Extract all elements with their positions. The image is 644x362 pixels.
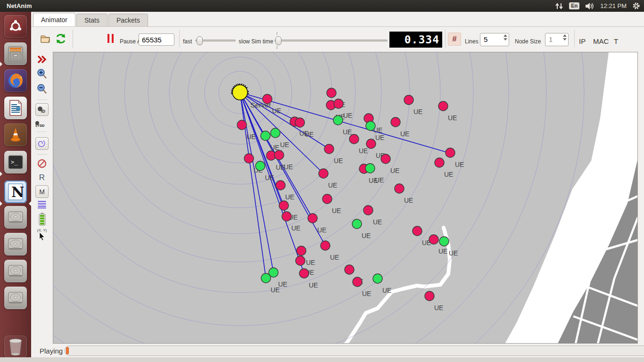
animation-canvas[interactable]: UEUEUEUEUEUEUEUEUEUEUEUEUEUEUEUEUEUEUEUE… (53, 52, 638, 344)
tab-stats[interactable]: Stats (76, 14, 107, 26)
ue-label: UE (330, 254, 339, 261)
ue-label: UE (309, 281, 318, 289)
launcher-terminal[interactable]: >_ (4, 151, 27, 173)
sim-time-slider[interactable] (274, 40, 388, 41)
ue-label: UE (265, 174, 274, 181)
reload-button[interactable] (55, 33, 67, 45)
routing-button[interactable]: R (31, 173, 53, 182)
zoom-out-button[interactable] (31, 83, 53, 95)
launcher-netanim[interactable]: N (4, 181, 27, 203)
mac-button[interactable]: MAC (593, 37, 609, 45)
toolbar-separator (179, 30, 180, 48)
ue-node (324, 144, 334, 154)
ue-node (296, 256, 305, 265)
speed-slider-handle[interactable] (197, 36, 203, 45)
ue-node (446, 148, 455, 157)
tab-animator[interactable]: Animator (33, 13, 75, 26)
launcher-disk-4[interactable] (4, 287, 27, 309)
ue-node (429, 235, 438, 244)
pause-at-input[interactable] (139, 33, 174, 46)
show-controls-button[interactable] (31, 55, 53, 64)
playback-progress-bar[interactable] (65, 346, 644, 356)
node-id-icon: ID (37, 106, 47, 114)
spin-up-icon[interactable] (563, 34, 567, 37)
launcher-trash[interactable] (4, 336, 27, 358)
node-size-spinbox[interactable]: 1 (545, 33, 569, 46)
t-button[interactable]: T (614, 37, 618, 45)
block-packets-button[interactable] (31, 159, 53, 168)
zoom-in-icon (37, 68, 47, 80)
ip-button[interactable]: IP (579, 37, 586, 45)
ue-node (237, 120, 247, 130)
ue-node-active (256, 161, 265, 171)
volume-icon[interactable] (585, 2, 594, 10)
ue-node (334, 99, 343, 108)
server-node (232, 85, 248, 100)
svg-text:N: N (11, 184, 24, 200)
ue-label: UE (448, 114, 457, 122)
spin-down-icon[interactable] (563, 38, 567, 41)
node-id-toggle[interactable]: ID (31, 103, 53, 116)
lines-spinbox[interactable]: 5 (480, 33, 509, 46)
spin-down-icon[interactable] (504, 38, 507, 41)
launcher-file-manager[interactable] (4, 42, 27, 65)
launcher-vlc[interactable] (4, 123, 27, 146)
system-tray: En 12:21 PM (555, 0, 640, 12)
mobility-label: M (39, 188, 45, 196)
ue-node (366, 139, 376, 148)
tool-separator (37, 132, 47, 132)
spin-up-icon[interactable] (504, 34, 507, 37)
ue-node-active (373, 274, 382, 283)
ue-node (244, 154, 254, 163)
animator-toolbar: Pause At fast slow Sim time 0.334 # Line… (31, 27, 644, 51)
launcher-libreoffice-writer[interactable] (4, 97, 27, 119)
window-bottom-edge (0, 357, 644, 362)
launcher-disk-2[interactable] (4, 233, 27, 255)
ue-label: UE (362, 290, 371, 297)
updown-arrows-icon[interactable] (555, 2, 563, 10)
tab-packets[interactable]: Packets (108, 14, 148, 26)
ue-node (381, 154, 390, 164)
ue-node (279, 201, 289, 210)
ue-label: UE (291, 224, 300, 232)
xy-coordinate-readout: (X, Y) (31, 228, 53, 232)
mobility-button[interactable]: M (31, 185, 53, 198)
fast-label: fast (183, 38, 192, 45)
battery-button[interactable] (31, 213, 53, 226)
zoom-in-button[interactable] (31, 68, 53, 80)
ue-label: UE (247, 133, 256, 140)
launcher-firefox[interactable] (4, 69, 27, 92)
launcher-ubuntu-dash[interactable] (4, 15, 27, 38)
slider-tick (277, 32, 277, 35)
sysid-toggle[interactable]: SYSID (31, 121, 53, 127)
toolbar-separator (445, 30, 446, 48)
map-creek (346, 228, 450, 343)
node-size-label: Node Size (515, 38, 541, 45)
launcher-disk-3[interactable] (4, 260, 27, 282)
ue-label: UE (413, 108, 422, 115)
ue-node (319, 169, 328, 178)
cursor-arrow-icon (39, 232, 45, 241)
node-size-value: 1 (549, 35, 553, 43)
ue-label: UE (359, 147, 368, 155)
ue-label: UE (280, 141, 289, 148)
open-file-button[interactable] (40, 33, 51, 44)
sim-time-slider-handle[interactable] (275, 36, 281, 45)
sim-time-lcd: 0.334 (389, 32, 442, 48)
launcher-disk-1[interactable] (4, 206, 27, 229)
keyboard-layout-indicator[interactable]: En (569, 2, 579, 9)
ue-node-active (271, 128, 280, 138)
counter-tables-button[interactable] (31, 200, 53, 209)
ue-node (404, 95, 413, 105)
pause-button[interactable] (107, 34, 114, 43)
trajectory-toggle[interactable] (31, 137, 53, 150)
clock[interactable]: 12:21 PM (600, 2, 627, 9)
system-top-bar: NetAnim En 12:21 PM (0, 0, 644, 12)
ue-node (435, 158, 444, 167)
session-gear-icon[interactable] (632, 2, 640, 10)
ue-node (276, 181, 285, 190)
grid-toggle-button[interactable]: # (448, 33, 461, 46)
svg-text:>_: >_ (11, 159, 18, 165)
stacked-bars-icon (37, 200, 47, 209)
speed-slider[interactable] (195, 40, 236, 41)
